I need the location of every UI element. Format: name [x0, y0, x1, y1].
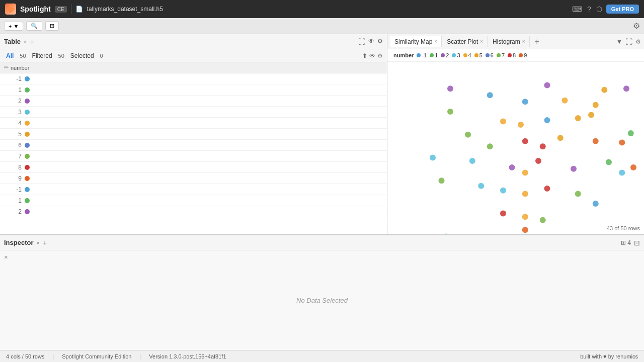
scatter-plot-close[interactable]: ×: [480, 39, 483, 44]
histogram-close[interactable]: ×: [522, 39, 525, 44]
scatter-dot[interactable]: [487, 92, 493, 98]
scatter-dot[interactable]: [522, 191, 528, 197]
scatter-dot[interactable]: [588, 112, 594, 118]
scatter-dot[interactable]: [447, 85, 453, 92]
search-button[interactable]: 🔍: [26, 21, 42, 31]
settings-icon[interactable]: ⚙: [633, 21, 640, 31]
tab-scatter-plot[interactable]: Scatter Plot ×: [443, 36, 488, 47]
scatter-dot[interactable]: [509, 164, 515, 170]
scatter-dot[interactable]: [430, 154, 436, 160]
table-header: ✏ number: [0, 62, 387, 73]
scatter-dot[interactable]: [619, 170, 625, 176]
filter-selected-tab[interactable]: Selected: [68, 51, 96, 60]
scatter-dot[interactable]: [540, 143, 546, 149]
table-add-tab-button[interactable]: +: [30, 38, 34, 46]
scatter-dot[interactable]: [522, 99, 528, 105]
row-color-dot: [25, 121, 30, 126]
table-row[interactable]: 2: [0, 96, 387, 107]
toolbar: + ▼ 🔍 ⊞ ⚙: [0, 18, 644, 34]
layout-button[interactable]: ⊞: [45, 21, 59, 31]
settings-filter-icon[interactable]: ⚙: [377, 52, 383, 59]
inspector-layout-icon[interactable]: ⊡: [634, 239, 640, 247]
inspector-add-button[interactable]: +: [43, 239, 47, 247]
row-number: 2: [4, 208, 22, 215]
similarity-map-close[interactable]: ×: [434, 39, 437, 44]
tab-similarity-map[interactable]: Similarity Map ×: [390, 36, 442, 47]
table-row[interactable]: -1: [0, 73, 387, 84]
table-container[interactable]: -1123456789-112: [0, 73, 387, 234]
scatter-dot[interactable]: [593, 201, 599, 207]
scatter-dot[interactable]: [487, 143, 493, 149]
add-filter-button[interactable]: + ▼: [4, 22, 23, 31]
eye-filter-icon[interactable]: 👁: [369, 52, 375, 59]
table-row[interactable]: 9: [0, 173, 387, 184]
table-close-button[interactable]: ×: [24, 39, 27, 45]
scatter-dot[interactable]: [447, 109, 453, 115]
github-icon[interactable]: ⬡: [596, 5, 602, 13]
tab-histogram[interactable]: Histogram ×: [489, 36, 530, 47]
file-name: tallymarks_dataset_small.h5: [87, 6, 163, 13]
scatter-dot[interactable]: [575, 115, 581, 121]
scatter-dot[interactable]: [601, 87, 607, 93]
table-row[interactable]: 5: [0, 129, 387, 140]
table-row[interactable]: 1: [0, 195, 387, 206]
scatter-dot[interactable]: [562, 98, 568, 104]
scatter-dot[interactable]: [469, 158, 475, 164]
scatter-dot[interactable]: [522, 227, 528, 233]
help-icon[interactable]: ?: [587, 5, 591, 13]
filter-all-tab[interactable]: All: [4, 51, 16, 60]
filter-right-icon[interactable]: ▼: [616, 38, 622, 45]
scatter-dot[interactable]: [535, 158, 541, 164]
scatter-dot[interactable]: [544, 117, 550, 123]
scatter-dot[interactable]: [540, 217, 546, 223]
table-row[interactable]: 6: [0, 140, 387, 151]
table-row[interactable]: 8: [0, 162, 387, 173]
cols-rows-label: 4 cols / 50 rows: [6, 353, 44, 359]
filter-action-icons: ⬆ 👁 ⚙: [362, 52, 383, 59]
scatter-dot[interactable]: [557, 135, 564, 141]
scatter-dot[interactable]: [630, 164, 636, 170]
scatter-dot[interactable]: [522, 214, 528, 220]
scatter-dot[interactable]: [500, 119, 506, 125]
inspector-close-button[interactable]: ×: [37, 240, 40, 246]
scatter-dot[interactable]: [478, 183, 484, 189]
table-row[interactable]: 4: [0, 118, 387, 129]
settings-right-icon[interactable]: ⚙: [635, 38, 641, 45]
scatter-dot[interactable]: [571, 166, 577, 172]
scatter-dot[interactable]: [522, 170, 528, 176]
scatter-dot[interactable]: [439, 177, 445, 184]
table-row[interactable]: 1: [0, 84, 387, 96]
scatter-dot[interactable]: [465, 132, 471, 138]
inspector-content-close[interactable]: ×: [4, 253, 8, 261]
scatter-dot[interactable]: [575, 191, 581, 197]
keyboard-icon[interactable]: ⌨: [572, 5, 582, 13]
scatter-dot[interactable]: [628, 130, 634, 136]
get-pro-button[interactable]: Get PRO: [606, 5, 639, 14]
filter-filtered-tab[interactable]: Filtered: [30, 51, 54, 60]
scatter-dot[interactable]: [500, 188, 506, 194]
scatter-dot[interactable]: [619, 139, 625, 145]
table-row[interactable]: -1: [0, 184, 387, 195]
inspector-grid-icon[interactable]: ⊞ 4: [621, 239, 631, 246]
column-header-number[interactable]: number: [11, 65, 29, 71]
table-row[interactable]: 2: [0, 206, 387, 217]
table-row[interactable]: 7: [0, 151, 387, 162]
scatter-dot[interactable]: [544, 82, 550, 88]
scatter-dot[interactable]: [544, 186, 550, 192]
scatter-dot[interactable]: [522, 138, 528, 144]
eye-icon[interactable]: 👁: [368, 38, 374, 46]
add-panel-button[interactable]: +: [531, 37, 543, 46]
scatter-dot[interactable]: [500, 211, 506, 217]
table-row[interactable]: 3: [0, 107, 387, 118]
expand-icon[interactable]: ⛶: [358, 38, 365, 46]
scatter-dot[interactable]: [593, 138, 599, 144]
scatter-dot[interactable]: [623, 85, 629, 92]
scatter-dot[interactable]: [593, 102, 599, 108]
legend-item: -1: [417, 52, 427, 58]
expand-right-icon[interactable]: ⛶: [625, 38, 632, 46]
settings-table-icon[interactable]: ⚙: [377, 38, 383, 46]
scatter-dot[interactable]: [518, 122, 524, 128]
scatter-dot[interactable]: [443, 233, 449, 234]
export-icon[interactable]: ⬆: [362, 52, 367, 59]
scatter-dot[interactable]: [606, 159, 612, 165]
